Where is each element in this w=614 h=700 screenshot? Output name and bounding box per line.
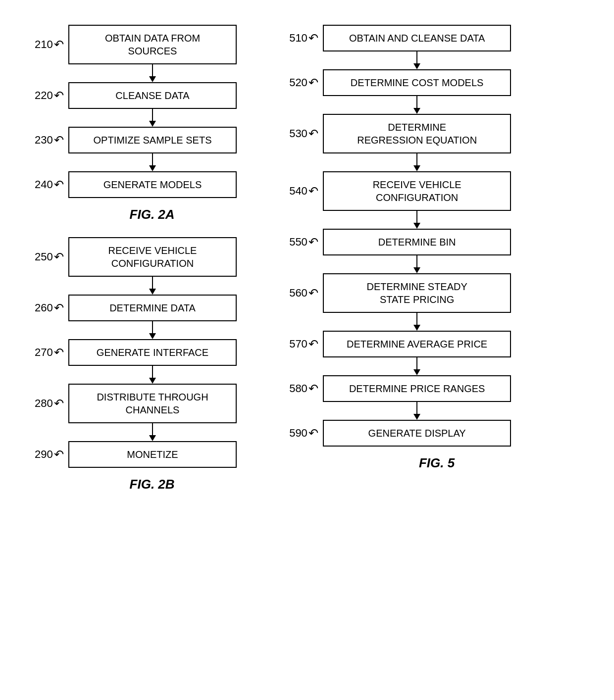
svg-marker-9 xyxy=(149,333,156,339)
svg-marker-17 xyxy=(413,108,420,114)
step-number: 240↶ xyxy=(35,178,68,192)
arrow-row xyxy=(35,64,237,82)
left-column: 210↶OBTAIN DATA FROMSOURCES220↶CLEANSE D… xyxy=(30,20,269,507)
svg-marker-13 xyxy=(149,435,156,441)
flow-step-row: 550↶DETERMINE BIN xyxy=(289,229,511,255)
step-number: 510↶ xyxy=(289,31,323,45)
step-number: 550↶ xyxy=(289,235,323,249)
step-box: DETERMINE DATA xyxy=(68,295,237,321)
step-number: 260↶ xyxy=(35,301,68,315)
right-column: 510↶OBTAIN AND CLEANSE DATA520↶DETERMINE… xyxy=(269,20,584,507)
arrow-row xyxy=(35,109,237,127)
flow-step-row: 210↶OBTAIN DATA FROMSOURCES xyxy=(35,25,237,64)
step-number: 220↶ xyxy=(35,89,68,102)
svg-marker-29 xyxy=(413,414,420,420)
svg-marker-25 xyxy=(413,325,420,331)
arrow-row xyxy=(289,402,511,420)
step-number: 590↶ xyxy=(289,426,323,440)
step-number: 250↶ xyxy=(35,250,68,264)
flow-step-row: 530↶DETERMINEREGRESSION EQUATION xyxy=(289,114,511,153)
flow-step-row: 280↶DISTRIBUTE THROUGHCHANNELS xyxy=(35,384,237,423)
fig2a-label: FIG. 2A xyxy=(35,207,269,222)
svg-marker-23 xyxy=(413,267,420,273)
arrow-row xyxy=(289,51,511,69)
flow-step-row: 270↶GENERATE INTERFACE xyxy=(35,339,237,366)
step-number: 290↶ xyxy=(35,448,68,461)
fig5-label: FIG. 5 xyxy=(289,455,584,471)
step-box: DISTRIBUTE THROUGHCHANNELS xyxy=(68,384,237,423)
step-box: CLEANSE DATA xyxy=(68,82,237,109)
arrow-row xyxy=(289,211,511,229)
arrow-row xyxy=(289,255,511,273)
step-number: 560↶ xyxy=(289,286,323,300)
flow-step-row: 570↶DETERMINE AVERAGE PRICE xyxy=(289,331,511,357)
arrow-row xyxy=(289,357,511,375)
arrow-row xyxy=(35,277,237,295)
step-number: 520↶ xyxy=(289,76,323,90)
fig2b-flow: 250↶RECEIVE VEHICLECONFIGURATION260↶DETE… xyxy=(35,237,269,468)
arrow-row xyxy=(289,96,511,114)
step-number: 210↶ xyxy=(35,38,68,51)
fig2a-flow: 210↶OBTAIN DATA FROMSOURCES220↶CLEANSE D… xyxy=(35,25,269,198)
svg-marker-27 xyxy=(413,369,420,375)
step-box: DETERMINEREGRESSION EQUATION xyxy=(323,114,511,153)
step-number: 530↶ xyxy=(289,127,323,141)
svg-marker-7 xyxy=(149,289,156,295)
arrow-row xyxy=(35,423,237,441)
arrow-row xyxy=(35,366,237,384)
step-box: RECEIVE VEHICLECONFIGURATION xyxy=(68,237,237,277)
step-number: 230↶ xyxy=(35,133,68,147)
step-box: GENERATE DISPLAY xyxy=(323,420,511,447)
step-number: 580↶ xyxy=(289,382,323,396)
step-box: OBTAIN AND CLEANSE DATA xyxy=(323,25,511,51)
arrow-row xyxy=(289,153,511,171)
step-box: MONETIZE xyxy=(68,441,237,468)
step-box: DETERMINE PRICE RANGES xyxy=(323,375,511,402)
step-number: 570↶ xyxy=(289,337,323,351)
step-box: OBTAIN DATA FROMSOURCES xyxy=(68,25,237,64)
flow-step-row: 250↶RECEIVE VEHICLECONFIGURATION xyxy=(35,237,237,277)
fig5-flow: 510↶OBTAIN AND CLEANSE DATA520↶DETERMINE… xyxy=(289,25,584,447)
flow-step-row: 290↶MONETIZE xyxy=(35,441,237,468)
flow-step-row: 220↶CLEANSE DATA xyxy=(35,82,237,109)
step-box: OPTIMIZE SAMPLE SETS xyxy=(68,127,237,153)
flow-step-row: 580↶DETERMINE PRICE RANGES xyxy=(289,375,511,402)
svg-marker-19 xyxy=(413,165,420,171)
arrow-row xyxy=(35,153,237,171)
flow-step-row: 240↶GENERATE MODELS xyxy=(35,171,237,198)
flow-step-row: 540↶RECEIVE VEHICLECONFIGURATION xyxy=(289,171,511,211)
svg-marker-15 xyxy=(413,63,420,69)
page: 210↶OBTAIN DATA FROMSOURCES220↶CLEANSE D… xyxy=(0,0,614,700)
arrow-row xyxy=(35,321,237,339)
flow-step-row: 590↶GENERATE DISPLAY xyxy=(289,420,511,447)
svg-marker-5 xyxy=(149,165,156,171)
step-number: 540↶ xyxy=(289,184,323,198)
svg-marker-21 xyxy=(413,223,420,229)
flow-step-row: 260↶DETERMINE DATA xyxy=(35,295,237,321)
svg-marker-11 xyxy=(149,378,156,384)
step-box: DETERMINE BIN xyxy=(323,229,511,255)
step-box: DETERMINE AVERAGE PRICE xyxy=(323,331,511,357)
step-box: GENERATE MODELS xyxy=(68,171,237,198)
step-box: DETERMINE COST MODELS xyxy=(323,69,511,96)
step-box: GENERATE INTERFACE xyxy=(68,339,237,366)
flow-step-row: 520↶DETERMINE COST MODELS xyxy=(289,69,511,96)
step-box: DETERMINE STEADYSTATE PRICING xyxy=(323,273,511,313)
step-box: RECEIVE VEHICLECONFIGURATION xyxy=(323,171,511,211)
flow-step-row: 230↶OPTIMIZE SAMPLE SETS xyxy=(35,127,237,153)
flow-step-row: 560↶DETERMINE STEADYSTATE PRICING xyxy=(289,273,511,313)
fig2b-container: 250↶RECEIVE VEHICLECONFIGURATION260↶DETE… xyxy=(35,237,269,507)
svg-marker-3 xyxy=(149,121,156,127)
flow-step-row: 510↶OBTAIN AND CLEANSE DATA xyxy=(289,25,511,51)
step-number: 270↶ xyxy=(35,346,68,359)
fig2a-container: 210↶OBTAIN DATA FROMSOURCES220↶CLEANSE D… xyxy=(35,25,269,237)
step-number: 280↶ xyxy=(35,397,68,410)
arrow-row xyxy=(289,313,511,331)
diagrams-row: 210↶OBTAIN DATA FROMSOURCES220↶CLEANSE D… xyxy=(30,20,584,507)
fig5-container: 510↶OBTAIN AND CLEANSE DATA520↶DETERMINE… xyxy=(289,25,584,486)
fig2b-label: FIG. 2B xyxy=(35,477,269,492)
svg-marker-1 xyxy=(149,76,156,82)
